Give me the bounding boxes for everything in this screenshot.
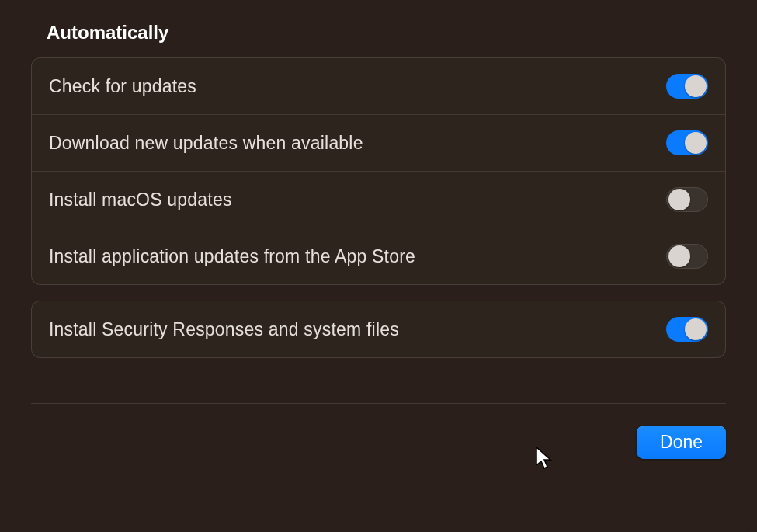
row-label: Check for updates (49, 76, 196, 97)
section-title: Automatically (47, 22, 726, 43)
done-button[interactable]: Done (637, 426, 726, 459)
row-check-for-updates: Check for updates (32, 58, 725, 115)
toggle-knob (668, 245, 690, 267)
row-install-macos-updates: Install macOS updates (32, 172, 725, 228)
toggle-knob (685, 75, 707, 97)
toggle-install-macos-updates[interactable] (666, 187, 708, 212)
toggle-knob (685, 132, 707, 154)
group-security-responses: Install Security Responses and system fi… (31, 301, 726, 358)
footer: Done (31, 403, 726, 482)
toggle-knob (685, 318, 707, 340)
row-install-app-store-updates: Install application updates from the App… (32, 228, 725, 284)
row-install-security-responses: Install Security Responses and system fi… (32, 301, 725, 357)
toggle-download-new-updates[interactable] (666, 130, 708, 155)
row-label: Install application updates from the App… (49, 246, 415, 267)
toggle-install-security-responses[interactable] (666, 317, 708, 342)
software-update-automatic-panel: Automatically Check for updates Download… (0, 0, 757, 532)
row-download-new-updates: Download new updates when available (32, 115, 725, 172)
row-label: Download new updates when available (49, 133, 363, 154)
toggle-check-for-updates[interactable] (666, 74, 708, 99)
toggle-knob (668, 189, 690, 210)
row-label: Install Security Responses and system fi… (49, 319, 399, 340)
group-automatic-updates: Check for updates Download new updates w… (31, 57, 726, 285)
row-label: Install macOS updates (49, 190, 232, 210)
toggle-install-app-store-updates[interactable] (666, 244, 708, 269)
